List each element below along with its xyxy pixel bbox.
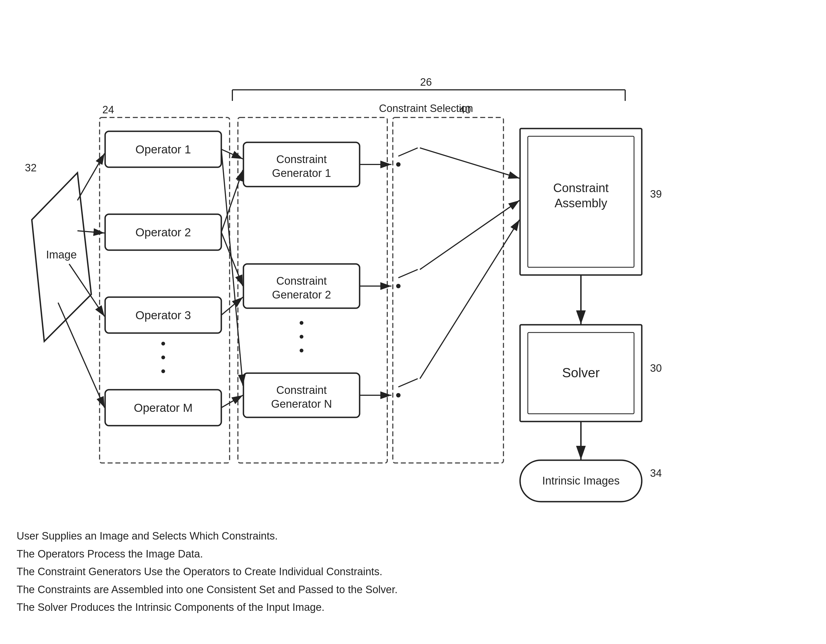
solver-label: Solver bbox=[562, 365, 600, 380]
ref-34-label: 34 bbox=[650, 468, 662, 479]
caption-line-1: User Supplies an Image and Selects Which… bbox=[17, 527, 397, 545]
dots1: • bbox=[161, 336, 166, 351]
ref-32-label: 32 bbox=[25, 162, 37, 173]
caption-line-5: The Solver Produces the Intrinsic Compon… bbox=[17, 598, 397, 616]
ca-label2: Assembly bbox=[554, 196, 607, 210]
svg-line-8 bbox=[58, 303, 104, 408]
ref-24-label: 24 bbox=[102, 104, 114, 116]
ca-label1: Constraint bbox=[553, 181, 609, 195]
svg-line-22 bbox=[398, 379, 418, 387]
caption-line-3: The Constraint Generators Use the Operat… bbox=[17, 563, 397, 581]
svg-line-9 bbox=[221, 149, 243, 159]
ref-40-label: 40 bbox=[459, 104, 471, 116]
intrinsic-label: Intrinsic Images bbox=[542, 475, 620, 487]
caption-area: User Supplies an Image and Selects Which… bbox=[17, 527, 397, 616]
svg-line-24 bbox=[420, 148, 520, 178]
dots2b: • bbox=[299, 329, 304, 344]
ref-26-label: 26 bbox=[420, 76, 432, 88]
svg-point-19 bbox=[396, 162, 401, 167]
ref-30-label: 30 bbox=[650, 362, 662, 374]
svg-line-5 bbox=[78, 153, 104, 200]
selection-dashed-box bbox=[393, 118, 503, 463]
operator-m-label: Operator M bbox=[134, 401, 193, 414]
svg-line-14 bbox=[221, 149, 243, 385]
dots1c: • bbox=[161, 364, 166, 379]
svg-line-6 bbox=[78, 231, 104, 233]
dots2: • bbox=[299, 315, 304, 331]
ref-39-label: 39 bbox=[650, 188, 662, 200]
caption-line-2: The Operators Process the Image Data. bbox=[17, 545, 397, 563]
cg1-label2: Generator 1 bbox=[272, 167, 331, 179]
dots2c: • bbox=[299, 343, 304, 358]
svg-line-13 bbox=[221, 395, 243, 408]
cgn-label1: Constraint bbox=[276, 384, 327, 396]
svg-line-18 bbox=[398, 148, 418, 156]
operator1-label: Operator 1 bbox=[135, 143, 191, 156]
operator3-label: Operator 3 bbox=[135, 309, 191, 322]
svg-line-26 bbox=[420, 220, 520, 379]
cgn-label2: Generator N bbox=[271, 398, 332, 410]
cg2-label2: Generator 2 bbox=[272, 289, 331, 301]
caption-line-4: The Constraints are Assembled into one C… bbox=[17, 581, 397, 599]
cg2-label1: Constraint bbox=[276, 275, 327, 287]
cg1-label1: Constraint bbox=[276, 153, 327, 165]
svg-line-25 bbox=[420, 200, 520, 269]
image-label: Image bbox=[46, 248, 77, 261]
svg-line-20 bbox=[398, 269, 418, 278]
svg-point-23 bbox=[396, 393, 401, 398]
svg-line-11 bbox=[221, 232, 243, 286]
svg-line-12 bbox=[221, 297, 243, 315]
dots1b: • bbox=[161, 350, 166, 365]
svg-point-21 bbox=[396, 284, 401, 288]
operator2-label: Operator 2 bbox=[135, 226, 191, 239]
